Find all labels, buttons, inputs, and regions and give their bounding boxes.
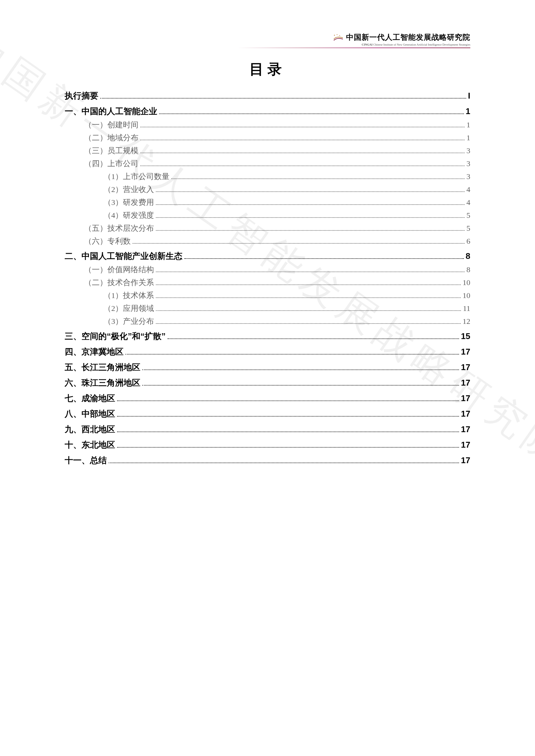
- org-name-cn: 中国新一代人工智能发展战略研究院: [346, 32, 470, 42]
- toc-leader: [140, 132, 465, 140]
- org-en-full: Chinese Institute of New Generation Arti…: [373, 43, 470, 46]
- svg-point-2: [339, 35, 340, 36]
- toc-entry-page: 17: [461, 360, 470, 374]
- toc-entry-page: 1: [466, 131, 470, 144]
- toc-entry-label: 一、中国的人工智能企业: [65, 104, 157, 118]
- toc-entry[interactable]: 七、成渝地区17: [65, 391, 470, 405]
- org-name-en: CINGAI Chinese Institute of New Generati…: [238, 43, 470, 46]
- toc-entry-page: 4: [466, 183, 470, 196]
- toc-entry-label: （二）技术合作关系: [84, 276, 154, 289]
- toc-entry-label: （1）上市公司数量: [103, 170, 169, 183]
- toc-entry-label: 十、东北地区: [65, 438, 115, 452]
- toc-leader: [117, 439, 459, 448]
- toc-entry[interactable]: 八、中部地区17: [65, 407, 470, 421]
- toc-entry-page: 3: [466, 157, 470, 170]
- toc-leader: [100, 90, 466, 98]
- toc-entry-page: 17: [461, 344, 470, 359]
- toc-entry-label: 八、中部地区: [65, 407, 115, 421]
- toc-entry[interactable]: 执行摘要I: [65, 89, 470, 103]
- toc-entry-label: （3）产业分布: [103, 315, 154, 328]
- toc-entry-page: 17: [461, 422, 470, 436]
- page-header: 中国新一代人工智能发展战略研究院 CINGAI Chinese Institut…: [238, 32, 470, 48]
- toc-entry[interactable]: 五、长江三角洲地区17: [65, 360, 470, 374]
- header-rule: [238, 47, 470, 48]
- toc-leader: [142, 377, 459, 386]
- toc-entry-label: （2）营业收入: [103, 183, 154, 196]
- toc-entry[interactable]: （五）技术层次分布5: [65, 222, 470, 235]
- toc-leader: [184, 251, 464, 259]
- toc-entry-page: 12: [463, 315, 470, 328]
- toc-entry[interactable]: （一）价值网络结构8: [65, 263, 470, 276]
- toc-entry[interactable]: 二、中国人工智能产业创新生态8: [65, 249, 470, 263]
- toc-entry[interactable]: 一、中国的人工智能企业1: [65, 104, 470, 118]
- toc-leader: [117, 393, 459, 401]
- toc-entry[interactable]: 十一、总结17: [65, 453, 470, 467]
- toc-entry[interactable]: （4）研发强度5: [65, 209, 470, 222]
- toc-entry-label: 十一、总结: [65, 453, 107, 467]
- toc-entry-label: 二、中国人工智能产业创新生态: [65, 249, 183, 263]
- toc-entry-label: 九、西北地区: [65, 422, 115, 436]
- toc-entry[interactable]: （2）营业收入4: [65, 183, 470, 196]
- toc-entry[interactable]: （一）创建时间1: [65, 118, 470, 131]
- toc-leader: [156, 223, 465, 231]
- toc-entry-label: 七、成渝地区: [65, 391, 115, 405]
- logo-row: 中国新一代人工智能发展战略研究院: [238, 32, 470, 42]
- toc-entry[interactable]: （1）技术体系10: [65, 289, 470, 302]
- toc-entry[interactable]: 十、东北地区17: [65, 438, 470, 452]
- toc-entry[interactable]: 四、京津冀地区17: [65, 344, 470, 359]
- toc-entry[interactable]: （二）地域分布1: [65, 131, 470, 144]
- toc-leader: [142, 362, 459, 370]
- toc-entry-page: 3: [466, 144, 470, 157]
- toc-entry-label: 执行摘要: [65, 89, 98, 103]
- toc-leader: [171, 171, 465, 179]
- org-en-prefix: CINGAI: [362, 43, 373, 46]
- toc-entry[interactable]: （六）专利数6: [65, 235, 470, 248]
- toc-entry-page: 6: [466, 235, 470, 248]
- toc-entry[interactable]: （1）上市公司数量3: [65, 170, 470, 183]
- toc-entry[interactable]: （二）技术合作关系10: [65, 276, 470, 289]
- toc-entry-label: 四、京津冀地区: [65, 344, 124, 359]
- toc-leader: [156, 210, 465, 218]
- toc-entry[interactable]: 六、珠江三角洲地区17: [65, 376, 470, 390]
- toc-entry[interactable]: （三）员工规模3: [65, 144, 470, 157]
- toc-entry-page: 8: [466, 249, 470, 263]
- toc-entry-page: 17: [461, 453, 470, 467]
- toc-entry[interactable]: 三、空间的“极化”和“扩散”15: [65, 329, 470, 343]
- toc-leader: [156, 277, 461, 285]
- toc-entry-label: 五、长江三角洲地区: [65, 360, 140, 374]
- toc-entry-label: 三、空间的“极化”和“扩散”: [65, 329, 166, 343]
- toc-leader: [156, 303, 461, 311]
- logo-icon: [333, 34, 344, 41]
- toc-entry-page: 5: [466, 222, 470, 235]
- toc-entry-label: （三）员工规模: [84, 144, 138, 157]
- toc-entry-page: 3: [466, 170, 470, 183]
- toc-entry-label: （二）地域分布: [84, 131, 138, 144]
- toc-leader: [156, 197, 465, 205]
- toc-entry-page: 1: [466, 104, 470, 118]
- toc-leader: [117, 408, 459, 417]
- toc-entry-page: 17: [461, 438, 470, 452]
- toc-entry-page: I: [468, 89, 470, 103]
- toc-entry-page: 17: [461, 376, 470, 390]
- page: 中国新一代人工智能发展战略研究院 中国新一代人工智能发展战略研究院 CINGAI…: [0, 0, 535, 500]
- toc-leader: [140, 120, 465, 127]
- toc-entry-page: 17: [461, 391, 470, 405]
- toc-leader: [156, 290, 461, 298]
- toc-entry-label: （四）上市公司: [84, 157, 138, 170]
- toc-entry[interactable]: （3）研发费用4: [65, 196, 470, 209]
- toc-leader: [156, 184, 465, 192]
- toc-title: 目录: [65, 60, 470, 79]
- toc-entry[interactable]: （3）产业分布12: [65, 315, 470, 328]
- toc-entry-label: （2）应用领域: [103, 302, 154, 315]
- toc-entry-page: 10: [463, 276, 470, 289]
- toc-leader: [109, 455, 459, 463]
- svg-point-0: [334, 35, 335, 36]
- toc-entry-label: （六）专利数: [84, 235, 131, 248]
- toc-entry-page: 5: [466, 209, 470, 222]
- toc-entry[interactable]: （四）上市公司3: [65, 157, 470, 170]
- toc: 执行摘要I一、中国的人工智能企业1（一）创建时间1（二）地域分布1（三）员工规模…: [65, 89, 470, 467]
- toc-entry[interactable]: （2）应用领域11: [65, 302, 470, 315]
- toc-entry-label: （3）研发费用: [103, 196, 154, 209]
- toc-entry[interactable]: 九、西北地区17: [65, 422, 470, 436]
- toc-entry-label: （一）价值网络结构: [84, 263, 154, 276]
